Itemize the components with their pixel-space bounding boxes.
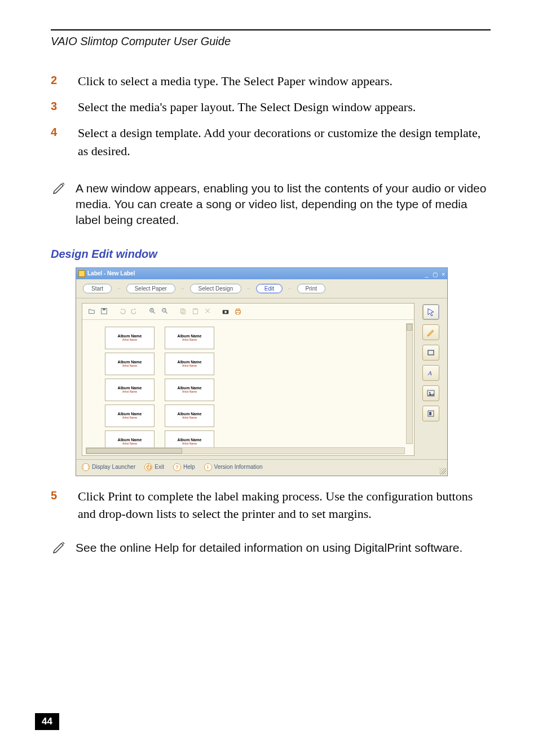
label-card[interactable]: Album NameArtist Name: [165, 353, 214, 375]
cut-icon[interactable]: [203, 307, 212, 316]
step-text: Select the media's paper layout. The Sel…: [78, 98, 416, 116]
svg-text:A: A: [427, 370, 432, 376]
step-select-design[interactable]: Select Design: [190, 284, 242, 293]
artist-name-label: Artist Name: [122, 364, 137, 368]
exit-button[interactable]: ⏻Exit: [144, 463, 164, 471]
print-icon[interactable]: [233, 307, 242, 316]
step-edit[interactable]: Edit: [256, 284, 283, 293]
zoom-in-icon[interactable]: [148, 307, 157, 316]
step-3: 3 Select the media's paper layout. The S…: [51, 98, 491, 116]
label-card[interactable]: Album NameArtist Name: [165, 405, 214, 427]
resize-grip[interactable]: [439, 468, 446, 474]
step-print[interactable]: Print: [297, 284, 326, 293]
image-tool[interactable]: [422, 385, 439, 401]
svg-point-23: [429, 392, 431, 393]
maximize-button[interactable]: ▢: [433, 271, 438, 278]
save-icon[interactable]: [99, 307, 108, 316]
step-text: Click Print to complete the label making…: [78, 487, 491, 524]
artist-name-label: Artist Name: [122, 442, 137, 446]
note-icon: [51, 540, 68, 556]
header-title: VAIO Slimtop Computer User Guide: [51, 35, 231, 48]
step-number: 5: [51, 487, 62, 524]
display-launcher-button[interactable]: ⋮⋮Display Launcher: [82, 463, 135, 471]
open-icon[interactable]: [87, 307, 96, 316]
tool-palette: A: [420, 303, 442, 456]
artist-name-label: Artist Name: [182, 339, 197, 342]
screenshot-figure: Label - New Label _ ▢ × Start ·· Select …: [76, 267, 448, 476]
editor-canvas: Album NameArtist Name Album NameArtist N…: [82, 320, 414, 455]
app-window: Label - New Label _ ▢ × Start ·· Select …: [76, 267, 448, 476]
label-card[interactable]: Album NameArtist Name: [105, 405, 155, 427]
camera-icon[interactable]: [221, 307, 230, 316]
step-sep: ··: [181, 285, 184, 292]
artist-name-label: Artist Name: [122, 390, 137, 394]
artist-name-label: Artist Name: [122, 339, 137, 342]
version-label: Version Information: [214, 464, 263, 470]
step-number: 2: [51, 72, 62, 90]
horizontal-scrollbar[interactable]: [86, 447, 405, 454]
scroll-thumb[interactable]: [407, 324, 412, 331]
step-4: 4 Select a design template. Add your dec…: [51, 124, 491, 160]
note-block-2: See the online Help for detailed informa…: [51, 540, 491, 556]
artist-name-label: Artist Name: [182, 390, 197, 394]
minimize-button[interactable]: _: [425, 271, 429, 278]
canvas-frame: Album NameArtist Name Album NameArtist N…: [82, 303, 414, 456]
artist-name-label: Artist Name: [182, 442, 197, 446]
label-card[interactable]: Album NameArtist Name: [105, 379, 155, 401]
window-title: Label - New Label: [87, 270, 135, 276]
help-button[interactable]: ?Help: [173, 463, 195, 471]
step-start[interactable]: Start: [83, 284, 112, 293]
svg-line-3: [153, 311, 155, 313]
page-number: 44: [35, 713, 59, 730]
label-card[interactable]: Album NameArtist Name: [105, 327, 155, 349]
exit-icon: ⏻: [144, 463, 152, 471]
help-icon: ?: [173, 463, 181, 471]
step-number: 3: [51, 98, 62, 116]
step-sep: ··: [288, 285, 292, 292]
display-launcher-label: Display Launcher: [92, 464, 135, 470]
align-tool[interactable]: [422, 406, 439, 421]
content-area: 2 Click to select a media type. The Sele…: [51, 72, 491, 556]
app-icon: [78, 270, 85, 277]
version-info-button[interactable]: iVersion Information: [204, 463, 263, 471]
paste-icon[interactable]: [191, 307, 200, 316]
header-rule: [51, 29, 491, 30]
svg-line-7: [165, 311, 167, 313]
artist-name-label: Artist Name: [182, 416, 197, 420]
copy-icon[interactable]: [178, 307, 187, 316]
window-footer: ⋮⋮Display Launcher ⏻Exit ?Help iVersion …: [76, 459, 447, 476]
label-card[interactable]: Album NameArtist Name: [105, 353, 155, 375]
step-text: Select a design template. Add your decor…: [78, 124, 491, 160]
editor-toolbar: [82, 304, 414, 320]
zoom-out-icon[interactable]: [160, 307, 169, 316]
undo-icon[interactable]: [117, 307, 126, 316]
note-text: A new window appears, enabling you to li…: [76, 181, 491, 228]
svg-rect-20: [428, 350, 434, 355]
step-sep: ··: [117, 285, 121, 292]
info-icon: i: [204, 463, 212, 471]
pencil-tool[interactable]: [422, 324, 439, 340]
select-tool[interactable]: [422, 304, 439, 320]
vertical-scrollbar[interactable]: [406, 323, 413, 444]
page-root: { "header": { "title": "VAIO Slimtop Com…: [0, 0, 538, 756]
artist-name-label: Artist Name: [122, 416, 137, 420]
step-sep: ··: [247, 285, 250, 292]
svg-rect-18: [236, 309, 239, 310]
artist-name-label: Artist Name: [182, 364, 197, 368]
redo-icon[interactable]: [130, 307, 139, 316]
close-button[interactable]: ×: [442, 271, 445, 278]
svg-rect-1: [103, 309, 105, 310]
launcher-icon: ⋮⋮: [82, 463, 90, 471]
step-select-paper[interactable]: Select Paper: [126, 284, 175, 293]
scroll-thumb[interactable]: [86, 448, 182, 454]
step-2: 2 Click to select a media type. The Sele…: [51, 72, 491, 90]
svg-rect-25: [429, 412, 431, 415]
labels-grid: Album NameArtist Name Album NameArtist N…: [105, 327, 408, 453]
label-card[interactable]: Album NameArtist Name: [165, 379, 214, 401]
window-ctrls: _ ▢ ×: [424, 269, 445, 279]
rectangle-tool[interactable]: [422, 345, 439, 361]
text-tool[interactable]: A: [422, 365, 439, 381]
note-text: See the online Help for detailed informa…: [76, 540, 462, 556]
help-label: Help: [183, 464, 195, 470]
label-card[interactable]: Album NameArtist Name: [165, 327, 214, 349]
